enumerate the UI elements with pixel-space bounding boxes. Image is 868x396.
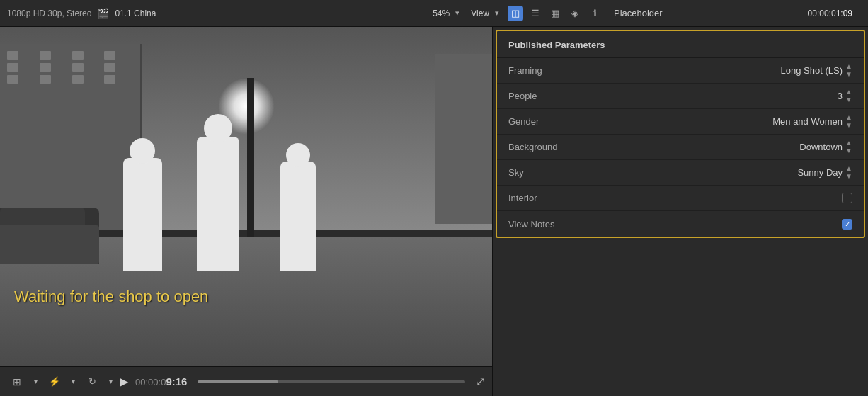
trim-tool-icon[interactable]: ⚡ [45, 374, 64, 390]
gender-label: Gender [508, 116, 622, 127]
gender-value: Men and Women ▲ ▼ [622, 114, 852, 129]
timecode-bold: 9:16 [166, 375, 187, 387]
param-row-sky: Sky Sunny Day ▲ ▼ [497, 160, 864, 186]
zoom-level[interactable]: 54% [433, 9, 450, 18]
window [104, 63, 115, 72]
building-left [0, 44, 142, 230]
top-bar-right: ◫ ☰ ▦ ◈ ℹ Placeholder 00:00:01:09 [499, 6, 861, 21]
car-body [0, 225, 99, 264]
view-notes-label: View Notes [508, 219, 622, 230]
framing-value-text: Long Shot (LS) [781, 65, 843, 76]
info-inspector-icon[interactable]: ℹ [587, 6, 603, 21]
background-stepper[interactable]: ▲ ▼ [845, 140, 852, 154]
window [7, 75, 18, 84]
list-inspector-icon[interactable]: ☰ [527, 6, 543, 21]
clip-name: 01.1 China [115, 9, 156, 18]
inspector-panel: Published Parameters Framing Long Shot (… [492, 27, 868, 396]
person-silhouette-3 [280, 162, 316, 271]
layout-chevron-icon[interactable]: ▾ [34, 378, 38, 385]
placeholder-title: Placeholder [614, 8, 663, 18]
playback-timecode: 00:00:09:16 [135, 375, 187, 387]
subtitle-text: Waiting for the shop to open [14, 288, 208, 306]
video-info: 1080p HD 30p, Stereo [7, 9, 91, 18]
inspector-icon-group: ◫ ☰ ▦ ◈ ℹ [508, 6, 603, 21]
trim-chevron-icon[interactable]: ▾ [72, 378, 75, 385]
timecode-display: 00:00:01:09 [808, 9, 852, 18]
people-label: People [508, 91, 622, 101]
video-panel: Waiting for the shop to open ⊞ ▾ ⚡ ▾ ↻ ▾… [0, 27, 492, 396]
filter-inspector-icon[interactable]: ◈ [567, 6, 583, 21]
background-label: Background [508, 142, 622, 152]
framing-stepper[interactable]: ▲ ▼ [845, 63, 852, 78]
video-inspector-icon[interactable]: ◫ [508, 6, 523, 21]
people-value: 3 ▲ ▼ [622, 89, 852, 103]
top-bar: 1080p HD 30p, Stereo 🎬 01.1 China 54% ▾ … [0, 0, 868, 27]
view-notes-value: ✓ [622, 219, 852, 230]
gender-value-text: Men and Women [772, 116, 843, 127]
published-params-header: Published Parameters [497, 31, 864, 58]
layout-icon[interactable]: ⊞ [7, 374, 27, 390]
param-row-interior: Interior [497, 186, 864, 211]
framing-value: Long Shot (LS) ▲ ▼ [622, 63, 852, 78]
person-silhouette-2 [197, 137, 239, 271]
param-row-view-notes: View Notes ✓ [497, 211, 864, 237]
window [40, 63, 51, 72]
published-parameters-section: Published Parameters Framing Long Shot (… [497, 31, 864, 237]
video-canvas: Waiting for the shop to open [0, 27, 492, 366]
window [40, 51, 51, 60]
window [104, 75, 115, 84]
window [104, 51, 115, 60]
background-value-text: Downtown [799, 142, 843, 152]
filmstrip-inspector-icon[interactable]: ▦ [547, 6, 563, 21]
interior-value [622, 193, 852, 203]
sky-stepper[interactable]: ▲ ▼ [845, 165, 852, 180]
param-row-background: Background Downtown ▲ ▼ [497, 135, 864, 160]
param-row-framing: Framing Long Shot (LS) ▲ ▼ [497, 58, 864, 84]
fullscreen-button[interactable]: ⤢ [476, 375, 485, 388]
window [72, 63, 84, 72]
controls-bar: ⊞ ▾ ⚡ ▾ ↻ ▾ ▶ 00:00:09:16 ⤢ [0, 366, 492, 396]
play-button[interactable]: ▶ [120, 375, 128, 388]
people-value-text: 3 [838, 91, 843, 101]
person-silhouette-1 [123, 158, 162, 271]
gender-stepper[interactable]: ▲ ▼ [845, 114, 852, 129]
framing-label: Framing [508, 65, 622, 76]
timecode-prefix: 00:00:0 [808, 9, 836, 18]
window [40, 75, 51, 84]
view-notes-checkbox[interactable]: ✓ [842, 219, 852, 230]
sky-value: Sunny Day ▲ ▼ [622, 165, 852, 180]
scene: Waiting for the shop to open [0, 27, 492, 366]
param-row-gender: Gender Men and Women ▲ ▼ [497, 109, 864, 135]
view-button[interactable]: View [471, 9, 489, 18]
car [0, 208, 99, 264]
window-grid [7, 51, 133, 84]
window [7, 51, 18, 60]
param-row-people: People 3 ▲ ▼ [497, 84, 864, 109]
window [72, 75, 84, 84]
speed-icon[interactable]: ↻ [82, 374, 102, 390]
window [7, 63, 18, 72]
zoom-chevron-icon[interactable]: ▾ [455, 9, 459, 18]
sky-value-text: Sunny Day [797, 167, 843, 178]
timeline-scrubber[interactable] [198, 380, 465, 383]
speed-chevron-icon[interactable]: ▾ [109, 378, 113, 385]
timecode-current: 1:09 [836, 9, 852, 18]
main-area: Waiting for the shop to open ⊞ ▾ ⚡ ▾ ↻ ▾… [0, 27, 868, 396]
interior-checkbox[interactable] [842, 193, 852, 203]
sky-label: Sky [508, 167, 622, 178]
timecode-static: 00:00:0 [135, 377, 166, 387]
film-icon: 🎬 [97, 8, 109, 19]
published-params-box: Published Parameters Framing Long Shot (… [496, 30, 865, 238]
people-stepper[interactable]: ▲ ▼ [845, 89, 852, 103]
background-value: Downtown ▲ ▼ [622, 140, 852, 154]
scrubber-fill [198, 380, 278, 383]
interior-label: Interior [508, 193, 622, 203]
top-bar-left: 1080p HD 30p, Stereo 🎬 01.1 China 54% ▾ … [7, 8, 499, 19]
building-right [435, 54, 492, 224]
window [72, 51, 84, 60]
